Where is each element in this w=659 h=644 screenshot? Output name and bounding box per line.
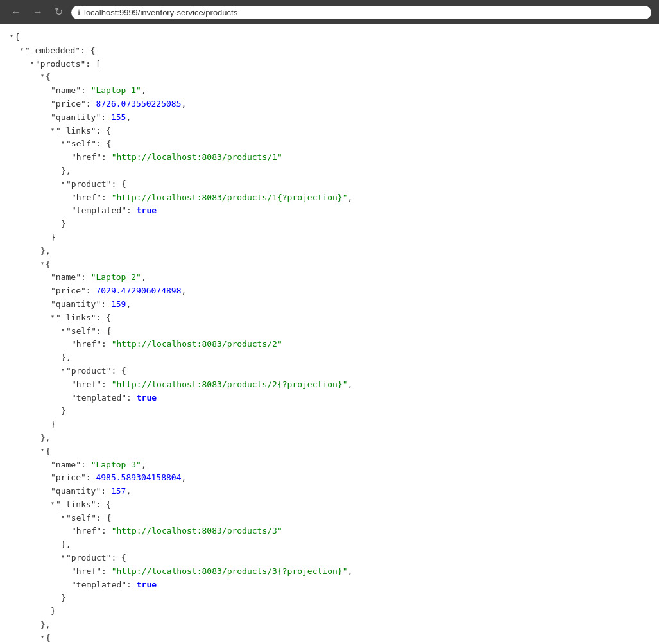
product-1-links-close: } bbox=[10, 231, 649, 245]
product-2-product-close: } bbox=[10, 405, 649, 418]
product-2-links-key: ▾ "_links": { bbox=[10, 311, 649, 325]
product-1-product-templated: "templated": true bbox=[10, 204, 649, 218]
product-2-product-key: ▾ "product": { bbox=[10, 365, 649, 378]
product-2-self-toggle[interactable]: ▾ bbox=[61, 325, 65, 335]
product-3-product-href: "href": "http://localhost:8083/products/… bbox=[10, 565, 649, 579]
root-open: ▾ { bbox=[10, 31, 649, 44]
product-1-quantity: "quantity": 155, bbox=[10, 111, 649, 125]
product-3-product-close: } bbox=[10, 591, 649, 605]
product-3-name: "name": "Laptop 3", bbox=[10, 458, 649, 472]
product-3-quantity: "quantity": 157, bbox=[10, 485, 649, 498]
product-1-open: ▾ { bbox=[10, 71, 649, 84]
product-3-self-key: ▾ "self": { bbox=[10, 512, 649, 525]
products-key: ▾ "products": [ bbox=[10, 58, 649, 71]
product-1-product-close: } bbox=[10, 218, 649, 231]
product-1-product-toggle[interactable]: ▾ bbox=[61, 178, 65, 188]
product-3-price: "price": 4985.589304158804, bbox=[10, 471, 649, 485]
product-1-self-close: }, bbox=[10, 164, 649, 178]
product-1-links-key: ▾ "_links": { bbox=[10, 125, 649, 138]
product-1-close: }, bbox=[10, 245, 649, 258]
reload-button[interactable]: ↻ bbox=[51, 6, 66, 19]
product-2-open: ▾ { bbox=[10, 258, 649, 272]
product-2-self-close: }, bbox=[10, 351, 649, 365]
products-toggle[interactable]: ▾ bbox=[30, 58, 34, 68]
product-3-open: ▾ { bbox=[10, 445, 649, 458]
embedded-toggle[interactable]: ▾ bbox=[20, 44, 24, 55]
browser-chrome: ← → ↻ ℹ localhost:9999/inventory-service… bbox=[0, 0, 659, 24]
root-toggle[interactable]: ▾ bbox=[10, 31, 13, 41]
product-2-links-close: } bbox=[10, 418, 649, 431]
product-3-product-toggle[interactable]: ▾ bbox=[61, 552, 65, 562]
product-2-self-href: "href": "http://localhost:8083/products/… bbox=[10, 338, 649, 351]
product-4-open: ▾ { bbox=[10, 632, 649, 644]
product-3-product-key: ▾ "product": { bbox=[10, 552, 649, 565]
product-1-toggle[interactable]: ▾ bbox=[40, 71, 44, 81]
product-1-self-toggle[interactable]: ▾ bbox=[61, 137, 65, 148]
product-3-self-toggle[interactable]: ▾ bbox=[61, 512, 65, 522]
product-1-name: "name": "Laptop 1", bbox=[10, 84, 649, 98]
product-2-toggle[interactable]: ▾ bbox=[40, 258, 44, 268]
address-bar[interactable]: ℹ localhost:9999/inventory-service/produ… bbox=[71, 6, 651, 19]
product-4-toggle[interactable]: ▾ bbox=[40, 632, 44, 642]
product-2-price: "price": 7029.472906074898, bbox=[10, 284, 649, 298]
product-1-product-key: ▾ "product": { bbox=[10, 178, 649, 191]
product-3-toggle[interactable]: ▾ bbox=[40, 445, 44, 455]
product-1-self-key: ▾ "self": { bbox=[10, 137, 649, 151]
url-text: localhost:9999/inventory-service/product… bbox=[84, 8, 237, 17]
product-3-self-href: "href": "http://localhost:8083/products/… bbox=[10, 525, 649, 538]
product-3-product-templated: "templated": true bbox=[10, 579, 649, 592]
product-1-links-toggle[interactable]: ▾ bbox=[51, 125, 55, 135]
product-3-links-toggle[interactable]: ▾ bbox=[51, 498, 55, 509]
product-3-self-close: }, bbox=[10, 538, 649, 552]
product-2-name: "name": "Laptop 2", bbox=[10, 271, 649, 284]
json-viewer: ▾ { ▾ "_embedded": { ▾ "products": [ ▾ {… bbox=[0, 24, 659, 644]
product-2-links-toggle[interactable]: ▾ bbox=[51, 311, 55, 322]
back-button[interactable]: ← bbox=[8, 6, 24, 19]
product-2-quantity: "quantity": 159, bbox=[10, 298, 649, 311]
product-1-price: "price": 8726.073550225085, bbox=[10, 98, 649, 111]
product-2-product-toggle[interactable]: ▾ bbox=[61, 365, 65, 375]
product-2-close: }, bbox=[10, 431, 649, 445]
product-2-self-key: ▾ "self": { bbox=[10, 325, 649, 338]
forward-button[interactable]: → bbox=[30, 6, 46, 19]
embedded-key: ▾ "_embedded": { bbox=[10, 44, 649, 58]
product-1-self-href: "href": "http://localhost:8083/products/… bbox=[10, 151, 649, 164]
product-2-product-href: "href": "http://localhost:8083/products/… bbox=[10, 378, 649, 392]
product-3-links-key: ▾ "_links": { bbox=[10, 498, 649, 512]
product-2-product-templated: "templated": true bbox=[10, 392, 649, 405]
product-1-product-href: "href": "http://localhost:8083/products/… bbox=[10, 191, 649, 205]
product-3-links-close: } bbox=[10, 605, 649, 618]
security-icon: ℹ bbox=[78, 8, 80, 17]
product-3-close: }, bbox=[10, 618, 649, 632]
